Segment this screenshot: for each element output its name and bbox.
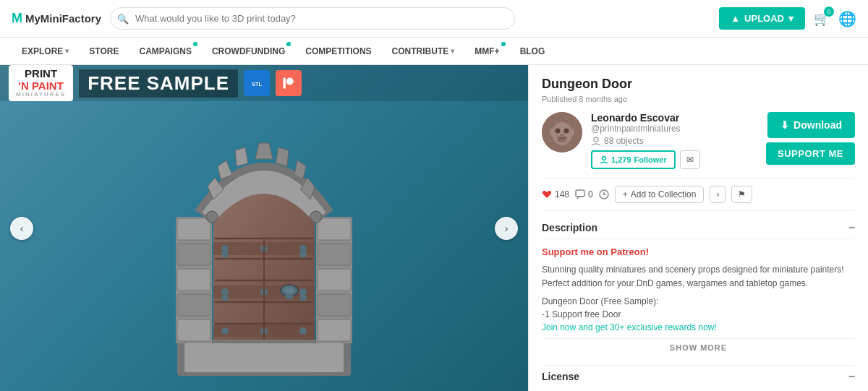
nav-item-campaigns[interactable]: CAMPAIGNS (129, 38, 201, 65)
email-icon: ✉ (686, 155, 694, 165)
description-item1: Dungeon Door (Free Sample): (542, 296, 855, 306)
svg-rect-17 (318, 319, 351, 341)
free-sample-label: FREE SAMPLE (79, 69, 238, 98)
search-icon: 🔍 (117, 13, 129, 24)
svg-point-37 (221, 294, 229, 301)
nav-item-contribute[interactable]: CONTRIBUTE ▾ (382, 38, 465, 65)
svg-text:STL: STL (252, 81, 262, 87)
license-label: License (542, 371, 579, 382)
more-button[interactable]: › (710, 186, 726, 203)
svg-point-2 (286, 78, 294, 85)
product-title: Dungeon Door (542, 77, 855, 92)
download-label: Download (793, 119, 842, 131)
author-info: Leonardo Escovar @printnpaintminiatures … (591, 112, 757, 169)
mini-label: MINIATURES (16, 92, 66, 98)
print-label: PRINT (25, 68, 57, 80)
description-label: Description (542, 222, 597, 233)
nav-mmfplus-label: MMF+ (475, 46, 499, 56)
logo-text: MyMiniFactory (25, 12, 101, 25)
svg-rect-14 (318, 244, 351, 265)
nav-blog-label: BLOG (520, 46, 545, 56)
svg-rect-55 (576, 190, 584, 197)
upload-button[interactable]: ▲ UPLOAD ▾ (719, 7, 805, 30)
license-collapse-button[interactable]: − (848, 370, 855, 383)
nav-item-explore[interactable]: EXPLORE ▾ (12, 38, 79, 65)
site-logo[interactable]: M MyMiniFactory (12, 11, 101, 26)
download-button[interactable]: ⬇ Download (767, 112, 855, 138)
next-arrow-icon: › (505, 223, 509, 234)
main-content: PRINT 'N PAINT MINIATURES FREE SAMPLE ST… (0, 65, 868, 391)
comments-count[interactable]: 0 (575, 189, 593, 199)
license-section-header: License − (542, 365, 855, 383)
author-avatar[interactable] (542, 112, 582, 152)
svg-rect-12 (177, 319, 210, 341)
add-collection-icon: + (623, 189, 628, 199)
mmfplus-dot-icon (501, 42, 506, 46)
language-selector[interactable]: 🌐 (838, 10, 856, 27)
nav-bar: EXPLORE ▾ STORE CAMPAIGNS CROWDFUNDING C… (0, 38, 868, 65)
follow-button[interactable]: 1,279 Follower (591, 150, 676, 169)
patreon-link[interactable]: Support me on Patreon! (542, 246, 855, 257)
svg-point-47 (556, 129, 561, 134)
author-row: Leonardo Escovar @printnpaintminiatures … (542, 112, 855, 169)
campaigns-dot-icon (193, 42, 197, 46)
image-next-button[interactable]: › (495, 217, 518, 240)
nav-campaigns-label: CAMPAIGNS (139, 46, 191, 56)
svg-rect-16 (318, 294, 351, 316)
svg-point-50 (550, 129, 554, 136)
svg-point-40 (284, 288, 294, 293)
svg-point-34 (299, 327, 307, 335)
search-input[interactable] (110, 7, 515, 30)
paint-label: 'N PAINT (18, 80, 63, 93)
svg-point-51 (570, 129, 574, 136)
svg-rect-11 (177, 294, 210, 316)
search-wrapper: 🔍 (110, 7, 515, 30)
nav-item-mmfplus[interactable]: MMF+ (464, 38, 509, 65)
description-item2: -1 Support free Door (542, 309, 855, 319)
add-collection-button[interactable]: + Add to Collection (615, 186, 705, 203)
followers-count: 1,279 (611, 155, 631, 164)
svg-point-52 (560, 134, 564, 137)
download-arrow-icon: ⬇ (780, 119, 789, 131)
likes-number: 148 (555, 189, 569, 199)
author-actions: ⬇ Download SUPPORT ME (766, 112, 855, 165)
likes-count[interactable]: 148 (542, 189, 569, 199)
nav-item-competitions[interactable]: COMPETITIONS (295, 38, 381, 65)
svg-rect-13 (318, 218, 351, 240)
header-actions: ▲ UPLOAD ▾ 🛒 0 🌐 (719, 7, 856, 30)
flag-button[interactable]: ⚑ (731, 186, 752, 203)
svg-point-43 (206, 211, 218, 223)
svg-rect-15 (318, 269, 351, 291)
svg-rect-41 (286, 295, 293, 299)
svg-rect-8 (177, 218, 210, 240)
description-section-header: Description − (542, 221, 855, 239)
author-handle: @printnpaintminiatures (591, 124, 757, 134)
show-more-button[interactable]: SHOW MORE (542, 338, 855, 356)
nav-contribute-label: CONTRIBUTE (392, 46, 449, 56)
image-prev-button[interactable]: ‹ (10, 217, 33, 240)
author-name: Leonardo Escovar (591, 112, 757, 124)
support-me-button[interactable]: SUPPORT ME (766, 142, 855, 165)
product-image (141, 101, 387, 383)
stl-badge: STL (244, 70, 270, 96)
upload-chevron-icon: ▾ (788, 13, 793, 24)
svg-point-35 (221, 251, 229, 258)
nav-store-label: STORE (89, 46, 119, 56)
timer-icon-wrap (599, 189, 609, 199)
svg-point-48 (564, 129, 569, 134)
nav-item-store[interactable]: STORE (79, 38, 129, 65)
cart-button[interactable]: 🛒 0 (814, 11, 830, 27)
nav-item-blog[interactable]: BLOG (510, 38, 556, 65)
description-collapse-button[interactable]: − (848, 221, 855, 234)
follower-row: 1,279 Follower ✉ (591, 150, 757, 169)
banner-strip: PRINT 'N PAINT MINIATURES FREE SAMPLE ST… (0, 65, 528, 101)
upload-icon: ▲ (731, 13, 740, 24)
svg-point-32 (221, 327, 229, 335)
follower-label: Follower (634, 155, 667, 164)
email-button[interactable]: ✉ (680, 150, 700, 169)
logo-m-icon: M (12, 11, 22, 26)
published-date: Published 8 months ago (542, 95, 855, 103)
nav-crowdfunding-label: CROWDFUNDING (212, 46, 285, 56)
join-link[interactable]: Join now and get 30+ exclusive rewards n… (542, 322, 855, 332)
nav-item-crowdfunding[interactable]: CROWDFUNDING (202, 38, 295, 65)
